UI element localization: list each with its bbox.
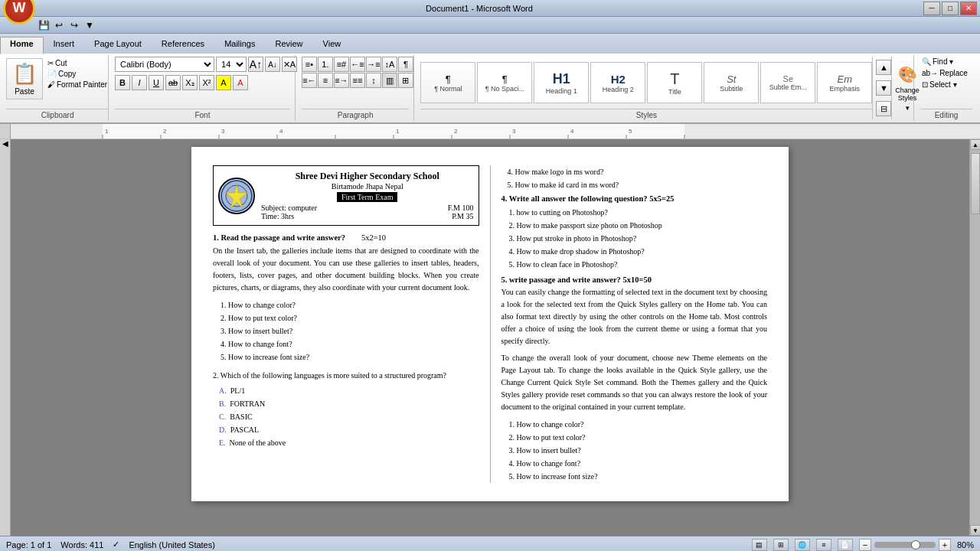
superscript-button[interactable]: X² [199,75,214,90]
format-painter-button[interactable]: 🖌 Format Painter [46,80,109,90]
font-color-button[interactable]: A [233,75,248,90]
multilevel-list-button[interactable]: ≡# [334,57,349,72]
decrease-indent-button[interactable]: ←≡ [350,57,365,72]
show-hide-button[interactable]: ¶ [398,57,413,72]
copy-button[interactable]: 📄 Copy [46,69,109,79]
draft-view-button[interactable]: 📄 [838,539,853,551]
q5-para1: You can easily change the formatting of … [501,286,768,347]
tab-review[interactable]: Review [265,37,312,54]
replace-icon: ab→ [922,69,938,77]
paste-button[interactable]: 📋 Paste [6,58,43,99]
style-subtitle[interactable]: St Subtitle [704,62,759,103]
fm-label: F.M 100 [448,204,474,212]
increase-indent-button[interactable]: →≡ [366,57,381,72]
style-nospacing[interactable]: ¶ ¶ No Spaci... [477,62,532,103]
document-canvas[interactable]: Shree Devi Higher Secondary School Birta… [11,139,969,536]
align-right-button[interactable]: ≡→ [334,73,349,88]
zoom-slider[interactable] [874,542,936,548]
format-painter-icon: 🖌 [47,80,55,89]
grow-font-button[interactable]: A↑ [248,57,263,72]
vertical-scrollbar: ▲ ▼ [969,139,980,536]
borders-button[interactable]: ⊞ [398,73,413,88]
justify-button[interactable]: ≡≡ [350,73,365,88]
numbering-button[interactable]: 1. [318,57,333,72]
select-button[interactable]: ⊡ Select ▾ [920,80,959,90]
svg-text:2: 2 [454,128,458,135]
text-highlight-button[interactable]: A [216,75,231,90]
scroll-up-button[interactable]: ▲ [970,139,980,150]
styles-scroll-down[interactable]: ▼ [876,80,891,96]
subscript-button[interactable]: X₂ [182,75,198,90]
sort-button[interactable]: ↕A [382,57,397,72]
tab-home[interactable]: Home [0,37,44,54]
zoom-out-button[interactable]: − [859,539,871,551]
list-item: A. PL/1 [219,384,479,397]
close-button[interactable]: ✕ [960,2,977,15]
full-screen-button[interactable]: ⊞ [773,539,789,551]
style-title[interactable]: T Title [647,62,702,103]
shading-button[interactable]: ▥ [382,73,397,88]
find-button[interactable]: 🔍 Find ▾ [920,57,955,67]
line-spacing-button[interactable]: ↕ [366,73,381,88]
style-subtleemph[interactable]: Se Subtle Em... [760,62,815,103]
tab-view[interactable]: View [313,37,351,54]
editing-group: 🔍 Find ▾ ab→ Replace ⊡ Select ▾ Editing [916,55,977,121]
tab-mailings[interactable]: Mailings [214,37,265,54]
redo-qa-button[interactable]: ↪ [67,18,81,32]
font-name-select[interactable]: Calibri (Body) [115,57,214,72]
shrink-font-button[interactable]: A↓ [265,57,280,72]
undo-qa-button[interactable]: ↩ [52,18,66,32]
replace-button[interactable]: ab→ Replace [920,68,969,78]
select-icon: ⊡ [922,80,928,89]
scroll-thumb[interactable] [971,153,980,214]
left-panel-toggle[interactable]: ◀ [0,139,10,148]
left-scrollbar-area: ◀ [0,139,11,536]
status-left: Page: 1 of 1 Words: 411 ✓ English (Unite… [6,540,215,549]
font-name-row: Calibri (Body) 14 A↑ A↓ ✕A [115,57,297,72]
styles-scroll-up[interactable]: ▲ [876,60,891,75]
styles-more-button[interactable]: ⊟ [876,101,891,116]
tab-insert[interactable]: Insert [44,37,85,54]
align-center-button[interactable]: ≡ [318,73,333,88]
tab-references[interactable]: References [152,37,214,54]
office-button[interactable]: W [3,0,35,24]
title-bar-left: W [3,0,35,24]
zoom-thumb[interactable] [911,540,920,549]
list-item: E. None of the above [219,436,479,449]
bullets-button[interactable]: ≡• [302,57,317,72]
outline-view-button[interactable]: ≡ [816,539,831,551]
scroll-down-button[interactable]: ▼ [970,525,980,536]
tab-pagelayout[interactable]: Page Layout [84,37,152,54]
q5-para2: To change the overall look of your docum… [501,352,768,413]
align-left-button[interactable]: ≡← [302,73,317,88]
style-normal[interactable]: ¶ ¶ Normal [420,62,475,103]
page-info: Page: 1 of 1 [6,540,51,549]
clear-format-button[interactable]: ✕A [282,57,297,72]
cut-button[interactable]: ✂ Cut [46,58,109,68]
italic-button[interactable]: I [132,75,147,90]
list-item: How to increase font size? [517,470,768,483]
bold-button[interactable]: B [115,75,130,90]
style-emphasis[interactable]: Em Emphasis [817,62,872,103]
font-size-select[interactable]: 14 [216,57,247,72]
style-heading2[interactable]: H2 Heading 2 [590,62,645,103]
school-time-row: Time: 3hrs P.M 35 [261,212,474,220]
qa-dropdown-button[interactable]: ▼ [83,18,96,32]
change-styles-icon: 🎨 [898,65,917,83]
q5-list: How to change color? How to put text col… [517,418,768,483]
zoom-in-button[interactable]: + [939,539,951,551]
spell-check-icon[interactable]: ✓ [113,540,119,549]
web-layout-button[interactable]: 🌐 [795,539,810,551]
style-heading1[interactable]: H1 Heading 1 [534,62,589,103]
scroll-track[interactable] [970,150,980,525]
maximize-button[interactable]: □ [942,2,959,15]
list-item: How put stroke in photo in Photoshop? [517,232,768,245]
language[interactable]: English (United States) [129,540,215,549]
minimize-button[interactable]: ─ [923,2,940,15]
paragraph-group: ≡• 1. ≡# ←≡ →≡ ↕A ¶ ≡← ≡ ≡→ ≡≡ ↕ ▥ ⊞ [297,55,414,121]
print-layout-button[interactable]: ▤ [752,539,767,551]
underline-button[interactable]: U [149,75,164,90]
save-qa-button[interactable]: 💾 [37,18,51,32]
strikethrough-button[interactable]: ab [165,75,181,90]
school-address: Birtamode Jhapa Nepal [261,182,474,191]
